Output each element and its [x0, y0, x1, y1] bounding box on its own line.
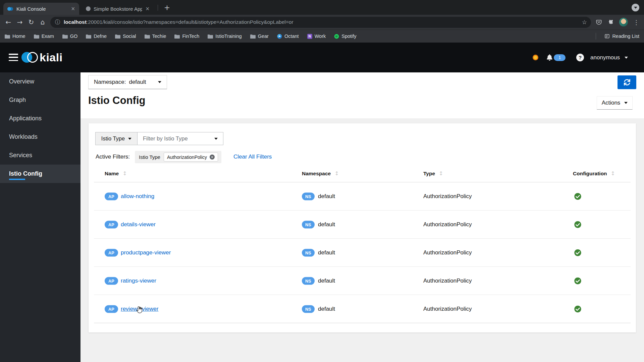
- istio-type-badge: AP: [105, 193, 118, 200]
- active-filters-label: Active Filters:: [96, 154, 130, 160]
- url-text: localhost:20001/kiali/console/istio?name…: [64, 19, 293, 25]
- column-label: Type: [423, 171, 435, 177]
- bookmark-social[interactable]: Social: [115, 34, 136, 39]
- bookmark-octant[interactable]: Octant: [277, 34, 299, 39]
- column-header-name[interactable]: Name↕: [105, 170, 127, 177]
- config-name-link[interactable]: productpage-viewer: [121, 249, 171, 256]
- tab-close-icon[interactable]: ×: [71, 6, 75, 11]
- sort-icon: ↕: [439, 170, 443, 177]
- chevron-down-icon: [158, 81, 161, 83]
- reload-icon[interactable]: ↻: [25, 18, 37, 26]
- bookmark-home[interactable]: Home: [5, 34, 25, 39]
- folder-icon: [145, 34, 150, 39]
- filter-value-select[interactable]: Filter by Istio Type: [138, 132, 223, 145]
- bookmark-work[interactable]: NWork: [307, 34, 326, 39]
- pocket-icon[interactable]: [596, 19, 602, 25]
- sync-icon: [624, 79, 630, 85]
- namespace-value: default: [318, 249, 335, 256]
- column-header-type[interactable]: Type↕: [423, 170, 443, 177]
- bookmark-fintech[interactable]: FinTech: [174, 34, 199, 39]
- kiali-logo-icon: [21, 51, 38, 64]
- filter-category-dropdown[interactable]: Istio Type: [95, 132, 138, 145]
- active-filter-chip-group: Istio Type AuthorizationPolicy ×: [135, 151, 221, 163]
- namespace-badge: NS: [302, 193, 315, 200]
- folder-icon: [115, 34, 120, 39]
- new-tab-button[interactable]: +: [162, 3, 172, 12]
- url-bar[interactable]: ⓘ localhost:20001/kiali/console/istio?na…: [50, 17, 591, 28]
- column-label: Namespace: [302, 171, 331, 177]
- bookmark-istiotraining[interactable]: IstioTraining: [208, 34, 241, 39]
- nav-label: Workloads: [9, 133, 38, 140]
- notifications-bell-icon[interactable]: [546, 54, 553, 61]
- column-label: Configuration: [573, 171, 607, 177]
- bookmark-techie[interactable]: Techie: [145, 34, 166, 39]
- tab-divider: [158, 5, 158, 11]
- actions-dropdown[interactable]: Actions: [597, 96, 633, 110]
- reading-list-button[interactable]: Reading List: [604, 34, 639, 39]
- nav-label: Applications: [9, 115, 42, 122]
- istio-status-icon[interactable]: [533, 55, 538, 60]
- config-name-link[interactable]: allow-nothing: [121, 193, 154, 200]
- folder-icon: [5, 34, 10, 39]
- forward-icon[interactable]: →: [14, 18, 25, 26]
- notification-count-badge[interactable]: 1: [554, 54, 566, 61]
- tab-close-icon[interactable]: ×: [145, 6, 150, 11]
- tab-search-button[interactable]: [632, 4, 639, 11]
- config-name-link[interactable]: details-viewer: [121, 221, 156, 228]
- bookmark-label: Defne: [94, 34, 107, 39]
- site-info-icon[interactable]: ⓘ: [55, 19, 60, 26]
- octant-icon: [277, 34, 282, 39]
- folder-icon: [62, 34, 68, 39]
- namespace-select[interactable]: Namespace: default: [88, 75, 167, 89]
- browser-menu-icon[interactable]: ⋮: [633, 19, 639, 26]
- nav-label: Services: [9, 152, 32, 159]
- bookmark-spotify[interactable]: Spotify: [334, 34, 356, 39]
- toolbar-right: ⋮: [596, 18, 639, 26]
- bookmarks-bar: Home Exam GO Defne Social Techie FinTech…: [0, 29, 644, 43]
- table-row: AP allow-nothing NS default Authorizatio…: [89, 182, 636, 210]
- help-icon[interactable]: ?: [576, 54, 584, 61]
- refresh-button[interactable]: [618, 75, 636, 89]
- sidebar-item-services[interactable]: Services: [0, 146, 80, 165]
- bookmark-defne[interactable]: Defne: [86, 34, 107, 39]
- bookmark-label: Gear: [258, 34, 269, 39]
- sidebar-item-graph[interactable]: Graph: [0, 91, 80, 109]
- reading-list-icon: [604, 34, 610, 39]
- column-header-namespace[interactable]: Namespace↕: [302, 170, 339, 177]
- sidebar-item-istio-config[interactable]: Istio Config: [0, 165, 80, 183]
- back-icon[interactable]: ←: [3, 18, 14, 26]
- bookmark-exam[interactable]: Exam: [34, 34, 54, 39]
- bookmark-go[interactable]: GO: [62, 34, 78, 39]
- valid-status-icon: [574, 193, 581, 200]
- bookmark-gear[interactable]: Gear: [250, 34, 269, 39]
- bookmark-star-icon[interactable]: ☆: [582, 19, 587, 25]
- chevron-down-icon: [634, 7, 637, 9]
- browser-profile-avatar[interactable]: [619, 18, 628, 26]
- browser-tab-kiali[interactable]: Kiali Console ×: [3, 3, 79, 15]
- config-type: AuthorizationPolicy: [423, 306, 472, 312]
- hamburger-menu-icon[interactable]: [9, 54, 18, 61]
- home-icon[interactable]: ⌂: [37, 18, 48, 26]
- nav-label: Istio Config: [9, 170, 42, 177]
- bookmark-label: Social: [123, 34, 136, 39]
- sidebar-item-overview[interactable]: Overview: [0, 72, 80, 91]
- sidebar-item-applications[interactable]: Applications: [0, 109, 80, 128]
- chip-close-icon[interactable]: ×: [210, 155, 215, 160]
- config-name-link[interactable]: ratings-viewer: [121, 278, 156, 284]
- config-type: AuthorizationPolicy: [423, 249, 472, 256]
- sidebar-nav: Overview Graph Applications Workloads Se…: [0, 72, 80, 362]
- extensions-puzzle-icon[interactable]: [607, 19, 614, 25]
- sidebar-item-workloads[interactable]: Workloads: [0, 128, 80, 146]
- browser-tab-bookstore[interactable]: Simple Bookstore App ×: [82, 3, 154, 15]
- config-type: AuthorizationPolicy: [423, 221, 472, 228]
- column-header-configuration[interactable]: Configuration↕: [573, 170, 615, 177]
- user-menu-label[interactable]: anonymous: [590, 54, 620, 61]
- page-title: Istio Config: [88, 95, 145, 107]
- chip-value: AuthorizationPolicy: [167, 155, 207, 160]
- mouse-cursor: [136, 306, 143, 314]
- user-menu-caret-icon[interactable]: [625, 57, 628, 59]
- clear-all-filters-link[interactable]: Clear All Filters: [233, 154, 272, 160]
- folder-icon: [86, 34, 91, 39]
- folder-icon: [208, 34, 213, 39]
- kiali-brand[interactable]: kiali: [21, 51, 63, 64]
